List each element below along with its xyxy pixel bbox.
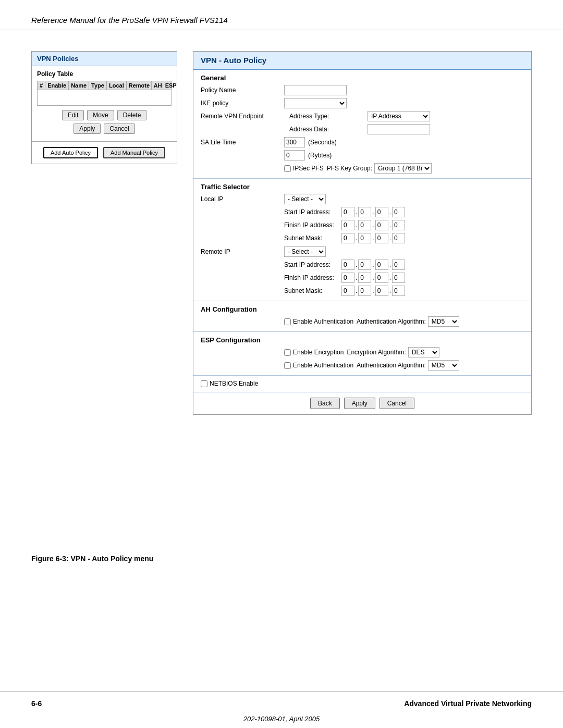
local-ip-label: Local IP — [201, 195, 284, 203]
esp-enable-auth-row: Enable Authentication Authentication Alg… — [201, 360, 524, 371]
policy-name-label: Policy Name — [201, 87, 284, 94]
policy-action-buttons: Edit Move Delete — [37, 110, 172, 120]
esp-auth-algo-label: Authentication Algorithm: — [357, 362, 426, 369]
local-finish-ip-4[interactable] — [392, 220, 405, 230]
move-button[interactable]: Move — [87, 110, 114, 120]
sa-seconds-unit: (Seconds) — [308, 139, 337, 146]
vpn-auto-policy-title: VPN - Auto Policy — [193, 52, 531, 70]
remote-start-label: Start IP address: — [284, 261, 341, 268]
remote-finish-ip-3[interactable] — [375, 273, 388, 283]
cancel-button-policies[interactable]: Cancel — [104, 124, 134, 134]
apply-button[interactable]: Apply — [344, 398, 375, 409]
delete-button[interactable]: Delete — [117, 110, 147, 120]
remote-ip-row: Remote IP - Select - — [201, 246, 524, 257]
pfs-key-group-select[interactable]: Group 1 (768 Bit) — [374, 163, 432, 174]
general-section-title: General — [201, 74, 524, 82]
policy-table-body — [37, 90, 172, 106]
ike-policy-label: IKE policy — [201, 100, 284, 107]
remote-subnet-row: Subnet Mask: . . . — [201, 286, 524, 296]
remote-finish-ip-1[interactable] — [341, 273, 354, 283]
remote-start-ip-4[interactable] — [392, 260, 405, 270]
sa-bytes-unit: (Rybtes) — [308, 152, 332, 159]
esp-auth-algo-select[interactable]: MD5 — [428, 360, 459, 371]
local-subnet-1[interactable] — [341, 233, 354, 243]
footer-section-title: Advanced Virtual Private Networking — [404, 699, 532, 708]
esp-enable-auth-checkbox[interactable] — [284, 362, 291, 369]
local-finish-ip-group: . . . — [341, 220, 405, 230]
netbios-label: NETBIOS Enable — [201, 380, 258, 387]
col-esp: ESP — [163, 81, 176, 90]
ipsec-pfs-checkbox[interactable] — [284, 165, 291, 172]
cancel-button[interactable]: Cancel — [380, 398, 414, 409]
caption-text: Figure 6-3: VPN - Auto Policy menu — [31, 554, 153, 563]
local-subnet-3[interactable] — [375, 233, 388, 243]
local-start-ip-1[interactable] — [341, 207, 354, 217]
remote-subnet-ip-group: . . . — [341, 286, 405, 296]
remote-start-ip-2[interactable] — [358, 260, 371, 270]
col-type: Type — [89, 81, 107, 90]
netbios-checkbox[interactable] — [201, 380, 207, 387]
local-start-ip-3[interactable] — [375, 207, 388, 217]
add-manual-policy-button[interactable]: Add Manual Policy — [103, 147, 165, 158]
ipsec-pfs-checkbox-label: IPSec PFS — [284, 165, 324, 172]
policy-table-label: Policy Table — [37, 70, 172, 78]
form-bottom-buttons: Back Apply Cancel — [193, 392, 531, 414]
edit-button[interactable]: Edit — [62, 110, 84, 120]
esp-enc-algo-select[interactable]: DES — [408, 347, 439, 357]
remote-start-ip-1[interactable] — [341, 260, 354, 270]
local-finish-ip-1[interactable] — [341, 220, 354, 230]
ah-auth-algo-select[interactable]: MD5 — [428, 316, 459, 327]
address-data-label: Address Data: — [284, 126, 368, 133]
remote-start-ip-3[interactable] — [375, 260, 388, 270]
col-local: Local — [107, 81, 127, 90]
local-finish-ip-2[interactable] — [358, 220, 371, 230]
remote-finish-ip-2[interactable] — [358, 273, 371, 283]
remote-subnet-2[interactable] — [358, 286, 371, 296]
address-data-input[interactable] — [368, 124, 430, 134]
ike-policy-select[interactable] — [284, 98, 347, 108]
local-subnet-4[interactable] — [392, 233, 405, 243]
address-data-row: Address Data: — [201, 124, 524, 134]
local-ip-select[interactable]: - Select - — [284, 194, 326, 204]
page-footer: 6-6 Advanced Virtual Private Networking — [0, 692, 563, 715]
netbios-section: NETBIOS Enable — [193, 376, 531, 392]
remote-subnet-1[interactable] — [341, 286, 354, 296]
remote-start-ip-group: . . . — [341, 260, 405, 270]
esp-config-title: ESP Configuration — [201, 336, 524, 344]
page-spacer — [0, 570, 563, 692]
local-start-ip-2[interactable] — [358, 207, 371, 217]
sa-seconds-input[interactable] — [284, 137, 305, 147]
remote-subnet-3[interactable] — [375, 286, 388, 296]
local-start-ip-row: Start IP address: . . . — [201, 207, 524, 217]
ipsec-pfs-row: IPSec PFS PFS Key Group: Group 1 (768 Bi… — [201, 163, 524, 174]
remote-subnet-4[interactable] — [392, 286, 405, 296]
figure-caption: Figure 6-3: VPN - Auto Policy menu — [0, 547, 563, 570]
esp-enable-auth-label: Enable Authentication — [284, 362, 353, 369]
local-start-ip-group: . . . — [341, 207, 405, 217]
remote-finish-ip-row: Finish IP address: . . . — [201, 273, 524, 283]
local-subnet-ip-group: . . . — [341, 233, 405, 243]
netbios-row: NETBIOS Enable — [201, 380, 524, 387]
local-finish-ip-3[interactable] — [375, 220, 388, 230]
col-enable: Enable — [45, 81, 69, 90]
apply-button-policies[interactable]: Apply — [74, 124, 101, 134]
ah-enable-auth-checkbox[interactable] — [284, 318, 291, 325]
local-subnet-2[interactable] — [358, 233, 371, 243]
add-auto-policy-button[interactable]: Add Auto Policy — [43, 147, 98, 158]
traffic-selector-title: Traffic Selector — [201, 183, 524, 191]
sa-life-seconds-row: SA Life Time (Seconds) — [201, 137, 524, 147]
esp-enable-enc-checkbox[interactable] — [284, 349, 291, 356]
address-type-select[interactable]: IP Address — [368, 111, 430, 121]
policy-apply-buttons: Apply Cancel — [37, 124, 172, 134]
remote-finish-label: Finish IP address: — [284, 274, 341, 281]
esp-enable-auth-text: Enable Authentication — [293, 362, 353, 369]
col-ah: AH — [152, 81, 163, 90]
back-button[interactable]: Back — [310, 398, 340, 409]
remote-finish-ip-4[interactable] — [392, 273, 405, 283]
policy-name-input[interactable] — [284, 85, 347, 95]
remote-start-ip-row: Start IP address: . . . — [201, 260, 524, 270]
sa-bytes-input[interactable] — [284, 150, 305, 161]
remote-ip-select[interactable]: - Select - — [284, 246, 326, 257]
esp-enable-enc-row: Enable Encryption Encryption Algorithm: … — [201, 347, 524, 357]
local-start-ip-4[interactable] — [392, 207, 405, 217]
